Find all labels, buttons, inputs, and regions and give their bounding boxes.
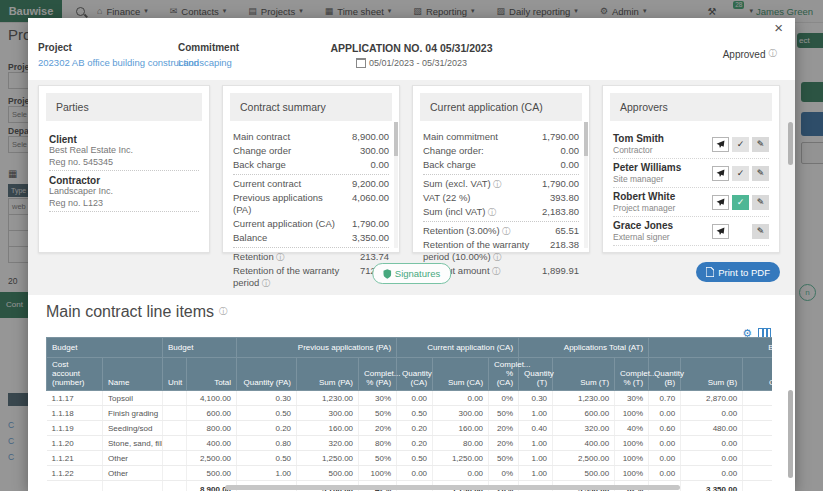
scrollbar-thumb[interactable] bbox=[788, 122, 793, 165]
cell: 1.1.20 bbox=[47, 436, 103, 451]
client-name: Best Real Estate Inc. bbox=[49, 145, 199, 157]
card-scrollbar[interactable] bbox=[394, 122, 398, 248]
cell: 0.30 bbox=[237, 391, 297, 406]
approver-row: Peter WilliamsSite manager✓✎ bbox=[613, 159, 769, 188]
paper-plane-icon bbox=[716, 169, 725, 178]
application-title: APPLICATION NO. 04 05/31/2023 bbox=[28, 42, 795, 54]
cell: 0.20 bbox=[237, 421, 297, 436]
table-header-row: Cost account (number)NameUnitTotalQuanti… bbox=[47, 358, 773, 391]
signature-icon[interactable]: ✎ bbox=[752, 137, 769, 152]
cell: 50% bbox=[489, 406, 519, 421]
cell: 0.20 bbox=[397, 436, 433, 451]
cell bbox=[743, 406, 772, 421]
cell: 300.00 bbox=[297, 406, 359, 421]
total-cell: 3,350.00 bbox=[681, 481, 743, 491]
send-button[interactable] bbox=[712, 166, 729, 181]
cell: 0.00 bbox=[649, 436, 681, 451]
send-button[interactable] bbox=[712, 195, 729, 210]
print-to-pdf-button[interactable]: Print to PDF bbox=[696, 262, 780, 282]
summary-label: Sum (excl. VAT) ⓘ bbox=[423, 178, 502, 190]
send-button[interactable] bbox=[712, 137, 729, 152]
info-icon[interactable]: ⓘ bbox=[490, 266, 501, 276]
summary-label: Retention ⓘ bbox=[233, 251, 285, 263]
summary-label: Current application (CA) bbox=[233, 218, 335, 230]
cell: 320.00 bbox=[553, 421, 615, 436]
cell: 0.00 bbox=[433, 466, 489, 481]
application-modal: × Project 202302 AB office building cons… bbox=[28, 18, 795, 491]
approver-role: External signer bbox=[613, 232, 673, 242]
info-icon[interactable]: ⓘ bbox=[274, 252, 285, 262]
cell: 0.00 bbox=[649, 406, 681, 421]
cell: 0.00 bbox=[681, 406, 743, 421]
horizontal-scrollbar[interactable] bbox=[225, 485, 680, 490]
summary-row: VAT (22 %)393.80 bbox=[423, 191, 579, 205]
approve-button[interactable]: ✓ bbox=[732, 195, 749, 210]
signature-icon[interactable]: ✎ bbox=[752, 195, 769, 210]
summary-row: Retention ⓘ213.74 bbox=[233, 250, 389, 264]
group-header: Previous applications (PA) bbox=[237, 338, 397, 358]
summary-value: 393.80 bbox=[550, 192, 579, 204]
column-header: Sum (CA) bbox=[433, 358, 489, 391]
approver-info: Robert WhiteProject manager bbox=[613, 191, 675, 213]
summary-row: Sum (excl. VAT) ⓘ1,790.00 bbox=[423, 177, 579, 191]
approver-role: Project manager bbox=[613, 203, 675, 213]
parties-card-title: Parties bbox=[46, 93, 202, 121]
summary-row: Current application (CA)1,790.00 bbox=[233, 217, 389, 231]
cell: 300.00 bbox=[433, 406, 489, 421]
cell: 0.00 bbox=[433, 391, 489, 406]
summary-value: 0.00 bbox=[561, 145, 580, 157]
column-header: Sum (PA) bbox=[297, 358, 359, 391]
scrollbar-thumb[interactable] bbox=[788, 390, 793, 478]
cell: 1,230.00 bbox=[297, 391, 359, 406]
info-icon[interactable]: ⓘ bbox=[259, 278, 270, 288]
summary-row: Change order:0.00 bbox=[423, 144, 579, 158]
approve-button[interactable]: ✓ bbox=[732, 166, 749, 181]
total-cell bbox=[743, 481, 772, 491]
approvers-title: Approvers bbox=[610, 93, 772, 121]
table-row: 1.1.22Other500.001.00500.00100%0.000.000… bbox=[47, 466, 773, 481]
column-header: Complet... % (PA) bbox=[359, 358, 397, 391]
cell: Topsoil bbox=[103, 391, 163, 406]
current-application-card: Current application (CA) Main commitment… bbox=[412, 85, 590, 253]
signatures-button[interactable]: Signatures bbox=[372, 263, 451, 284]
summary-label: Sum (incl VAT) ⓘ bbox=[423, 206, 496, 218]
info-icon[interactable]: ⓘ bbox=[769, 48, 778, 60]
info-icon[interactable]: ⓘ bbox=[219, 306, 228, 318]
summary-row: Retention of the warranty period ⓘ712.49 bbox=[233, 264, 389, 290]
summary-value: 4,060.00 bbox=[352, 192, 389, 204]
cell: 50% bbox=[489, 451, 519, 466]
close-icon[interactable]: × bbox=[774, 20, 783, 35]
vertical-scrollbar[interactable] bbox=[788, 18, 793, 491]
cell: 1.00 bbox=[237, 466, 297, 481]
cell: 1.00 bbox=[519, 451, 553, 466]
cell: 0.00 bbox=[681, 451, 743, 466]
info-icon[interactable]: ⓘ bbox=[500, 226, 511, 236]
cell: Finish grading bbox=[103, 406, 163, 421]
divider bbox=[49, 211, 199, 212]
cell: 1.00 bbox=[519, 436, 553, 451]
approver-name: Tom Smith bbox=[613, 133, 664, 145]
group-header: Current application (CA) bbox=[397, 338, 519, 358]
signature-icon[interactable]: ✎ bbox=[752, 166, 769, 181]
cell: 800.00 bbox=[187, 421, 237, 436]
info-icon[interactable]: ⓘ bbox=[491, 179, 502, 189]
signature-icon[interactable]: ✎ bbox=[752, 224, 769, 239]
cell: 400.00 bbox=[553, 436, 615, 451]
cell: 100% bbox=[615, 451, 649, 466]
info-icon[interactable]: ⓘ bbox=[491, 252, 502, 262]
card-scrollbar[interactable] bbox=[584, 122, 588, 248]
cell bbox=[163, 466, 187, 481]
cell: 40% bbox=[615, 421, 649, 436]
calendar-icon bbox=[356, 58, 366, 68]
summary-value: 300.00 bbox=[360, 145, 389, 157]
summary-label: VAT (22 %) bbox=[423, 192, 471, 204]
cell: 100% bbox=[615, 436, 649, 451]
approve-button[interactable]: ✓ bbox=[732, 137, 749, 152]
summary-label: Balance bbox=[233, 232, 267, 244]
contract-summary-title: Contract summary bbox=[230, 93, 392, 121]
cell: 80.00 bbox=[433, 436, 489, 451]
info-icon[interactable]: ⓘ bbox=[485, 207, 496, 217]
send-button[interactable] bbox=[712, 224, 729, 239]
table-row: 1.1.19Seeding/sod800.000.20160.0020%0.20… bbox=[47, 421, 773, 436]
summary-label: Main commitment bbox=[423, 131, 498, 143]
